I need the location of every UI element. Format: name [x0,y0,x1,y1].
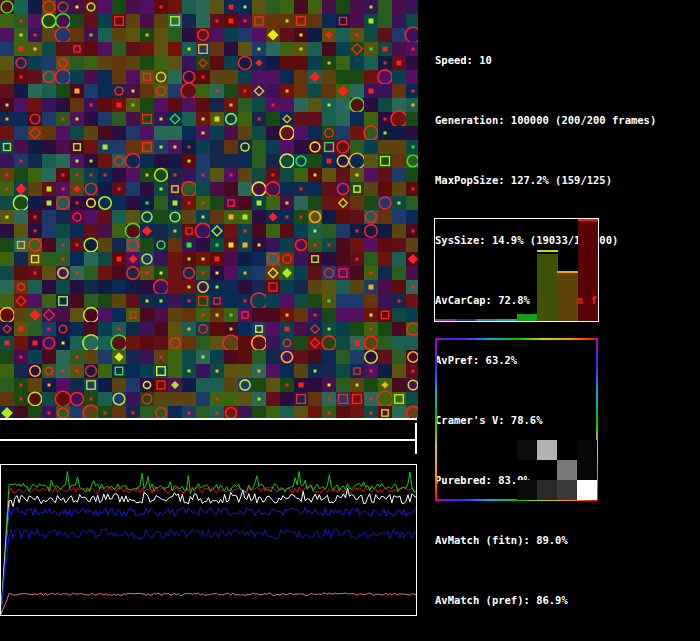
simulation-app: { "app": { "background": "#000000" }, "s… [0,0,700,641]
stat-avmatch-fitn: AvMatch (fitn): 89.0% [435,530,695,550]
timeseries-canvas [1,465,416,615]
timeseries-frame [0,464,417,616]
histogram-canvas [435,219,598,321]
stat-avmatch-pref: AvMatch (pref): 86.9% [435,590,695,610]
histogram-male-female-label: m f [577,295,598,306]
heatmap-canvas [437,340,597,500]
stat-generation: Generation: 100000 (200/200 frames) [435,110,695,130]
stat-speed: Speed: 10 [435,50,695,70]
histogram-frame: m f [434,218,599,322]
grid-bottom-border [0,418,417,420]
world-grid-canvas[interactable] [0,0,418,418]
frame-slider-handle[interactable] [415,423,417,454]
stat-maxpopsize: MaxPopSize: 127.2% (159/125) [435,170,695,190]
frame-slider-track[interactable] [0,439,417,441]
